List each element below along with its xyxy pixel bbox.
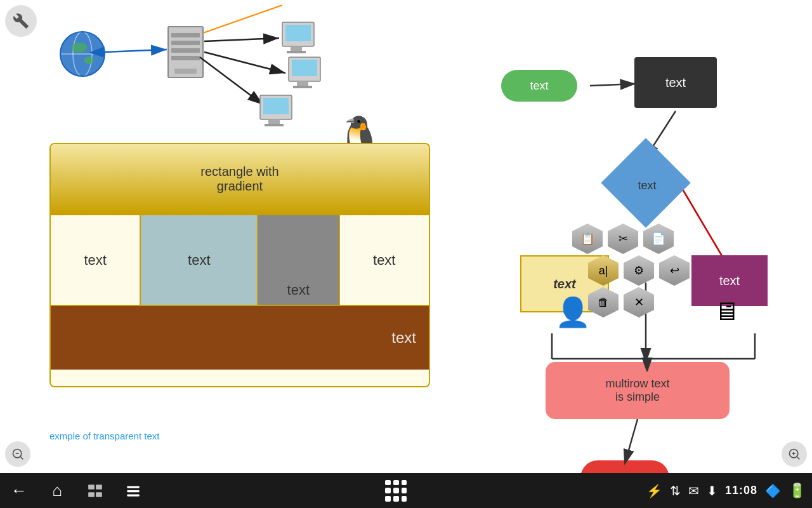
svg-rect-25: [260, 95, 292, 119]
svg-point-1: [73, 32, 92, 76]
grid-dot: [393, 488, 399, 493]
grid-dot: [385, 488, 391, 493]
svg-rect-10: [171, 56, 200, 60]
svg-line-32: [590, 84, 634, 86]
svg-rect-55: [127, 486, 140, 488]
wrench-button[interactable]: [5, 5, 37, 37]
svg-rect-8: [171, 41, 200, 45]
bottom-text: text: [391, 329, 416, 347]
svg-rect-24: [293, 86, 312, 88]
recents-button[interactable]: [82, 478, 108, 504]
status-bar-right: ⚡ ⇅ ✉ ⬇ 11:08 🔷 🔋: [646, 483, 806, 499]
pink-box-text: multirow text is simple: [605, 377, 669, 404]
hex-undo-icon[interactable]: ↩: [659, 255, 690, 286]
status-bar: ← ⌂: [0, 473, 812, 508]
zoom-plus-button[interactable]: [782, 441, 807, 467]
grid-dot: [402, 480, 407, 486]
diamond-label: text: [638, 179, 656, 192]
cell-3-text: text: [287, 282, 310, 298]
status-bar-center[interactable]: [380, 475, 412, 507]
svg-line-15: [204, 52, 285, 73]
transparent-label-text: exmple of transparent text: [49, 431, 159, 441]
svg-rect-57: [127, 494, 140, 496]
svg-rect-9: [171, 48, 200, 53]
svg-point-5: [84, 57, 94, 64]
svg-rect-51: [88, 485, 95, 490]
svg-rect-52: [96, 485, 102, 490]
svg-rect-27: [268, 119, 280, 124]
email-icon: ✉: [688, 483, 699, 498]
avatar-icon: 👤: [555, 295, 591, 329]
cell-2: text: [141, 215, 258, 305]
svg-line-12: [105, 50, 167, 52]
grid-dot: [385, 496, 391, 502]
dark-rect: text: [634, 57, 717, 108]
hex-settings-icon[interactable]: ⚙: [624, 255, 654, 286]
hex-cut-icon[interactable]: ✂: [608, 224, 638, 254]
beige-bold-text: text: [553, 277, 576, 291]
svg-line-13: [203, 5, 282, 33]
cell-4: text: [340, 215, 429, 305]
cell-2-text: text: [188, 252, 210, 269]
right-flowchart: text text text 📋 ✂ 📄 a| ⚙ ↩ 🗑 ✕ text tex…: [488, 32, 793, 495]
svg-rect-21: [289, 57, 320, 81]
time-display: 11:08: [725, 484, 757, 497]
cell-3: text: [258, 215, 339, 305]
svg-rect-18: [285, 25, 311, 41]
hex-copy-icon[interactable]: 📋: [572, 224, 603, 254]
svg-rect-7: [171, 33, 200, 37]
svg-line-36: [625, 419, 638, 464]
svg-rect-22: [292, 60, 317, 76]
svg-point-3: [60, 32, 105, 76]
svg-rect-28: [265, 124, 284, 126]
svg-rect-54: [96, 492, 102, 497]
zoom-minus-button[interactable]: [5, 441, 30, 467]
svg-rect-17: [282, 22, 314, 46]
hex-paste-icon[interactable]: 📄: [643, 224, 674, 254]
status-bar-left: ← ⌂: [6, 478, 146, 504]
cell-1: text: [51, 215, 141, 305]
svg-point-4: [72, 43, 87, 53]
grid-button[interactable]: [380, 475, 412, 507]
purple-rect-text: text: [719, 274, 740, 288]
svg-line-50: [797, 457, 800, 460]
gradient-header-text: rectangle with gradient: [200, 164, 278, 194]
hex-text-icon[interactable]: a|: [588, 255, 619, 286]
svg-point-0: [60, 32, 105, 76]
cell-4-text: text: [373, 252, 395, 269]
brown-bottom: text: [51, 306, 429, 370]
left-diagram-box: rectangle with gradient text text text t…: [49, 143, 430, 387]
svg-rect-23: [297, 81, 308, 86]
svg-rect-56: [127, 490, 140, 491]
download-icon: ⬇: [707, 483, 717, 498]
usb-icon: ⚡: [646, 483, 662, 498]
transparent-label: exmple of transparent text: [49, 431, 159, 441]
svg-rect-26: [263, 98, 289, 114]
svg-rect-19: [291, 46, 302, 51]
oval-green: text: [501, 70, 577, 102]
grid-dot: [402, 488, 407, 493]
cell-1-text: text: [84, 252, 107, 269]
oval-green-text: text: [530, 79, 548, 93]
back-button[interactable]: ←: [6, 478, 32, 504]
hex-close-icon[interactable]: ✕: [624, 287, 654, 318]
computer-icon-small: 🖥: [714, 297, 739, 326]
svg-rect-20: [287, 51, 306, 53]
svg-line-16: [200, 57, 263, 105]
cells-row: text text text text: [51, 214, 429, 306]
home-button[interactable]: ⌂: [44, 478, 70, 504]
bluetooth-icon: 🔷: [765, 483, 781, 498]
svg-line-14: [204, 38, 279, 41]
svg-rect-53: [88, 492, 95, 497]
grid-dot: [402, 496, 407, 502]
grid-dot: [385, 480, 391, 486]
battery-icon: 🔋: [789, 483, 806, 499]
grid-dot: [393, 480, 399, 486]
gradient-header: rectangle with gradient: [51, 144, 429, 214]
menu-button[interactable]: [121, 478, 146, 504]
sync-icon: ⇅: [670, 483, 681, 498]
svg-line-46: [20, 457, 23, 460]
svg-rect-6: [168, 27, 203, 77]
grid-dot: [393, 496, 399, 502]
hex-delete-icon[interactable]: 🗑: [588, 287, 619, 318]
